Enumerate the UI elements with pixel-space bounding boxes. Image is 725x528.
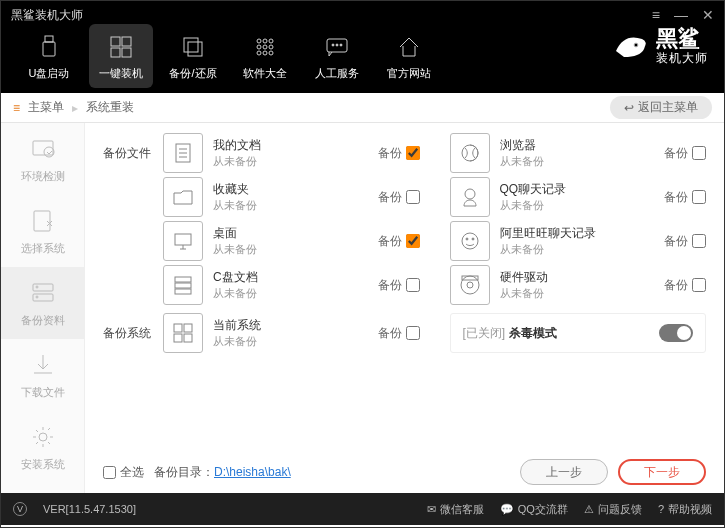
brand-name: 黑鲨 bbox=[656, 28, 708, 50]
nav-usb[interactable]: U盘启动 bbox=[17, 24, 81, 88]
svg-point-35 bbox=[465, 189, 475, 199]
next-button[interactable]: 下一步 bbox=[618, 459, 706, 485]
svg-point-29 bbox=[39, 433, 47, 441]
nav-grid[interactable]: 软件大全 bbox=[233, 24, 297, 88]
svg-point-20 bbox=[340, 44, 342, 46]
backup-checkbox[interactable]: 备份 bbox=[378, 145, 420, 162]
backup-item: 浏览器从未备份备份 bbox=[450, 133, 707, 173]
section-backup-files: 备份文件 bbox=[103, 133, 163, 162]
svg-rect-7 bbox=[188, 42, 202, 56]
svg-point-39 bbox=[462, 233, 478, 249]
antivirus-toggle[interactable] bbox=[659, 324, 693, 342]
menu-icon[interactable]: ≡ bbox=[652, 7, 660, 23]
svg-rect-51 bbox=[184, 334, 192, 342]
svg-point-9 bbox=[263, 39, 267, 43]
item-status: 从未备份 bbox=[500, 154, 665, 169]
nav-home[interactable]: 官方网站 bbox=[377, 24, 441, 88]
svg-point-21 bbox=[634, 43, 638, 47]
prev-button[interactable]: 上一步 bbox=[520, 459, 608, 485]
desktop-icon bbox=[163, 221, 203, 261]
hamburger-icon[interactable]: ≡ bbox=[13, 101, 20, 115]
usb-icon bbox=[34, 32, 64, 62]
select-all-checkbox[interactable]: 全选 bbox=[103, 464, 144, 481]
wangwang-icon bbox=[450, 221, 490, 261]
item-name: 阿里旺旺聊天记录 bbox=[500, 225, 665, 242]
item-name: 硬件驱动 bbox=[500, 269, 665, 286]
app-title: 黑鲨装机大师 bbox=[11, 7, 83, 24]
side-step-3[interactable]: 下载文件 bbox=[1, 339, 84, 411]
backup-item: 阿里旺旺聊天记录从未备份备份 bbox=[450, 221, 707, 261]
backup-item: 桌面从未备份备份 bbox=[163, 221, 420, 261]
close-icon[interactable]: ✕ bbox=[702, 7, 714, 23]
backup-checkbox[interactable]: 备份 bbox=[664, 277, 706, 294]
grid-icon bbox=[250, 32, 280, 62]
backup-checkbox[interactable]: 备份 bbox=[664, 145, 706, 162]
svg-rect-0 bbox=[45, 36, 53, 42]
svg-rect-42 bbox=[175, 277, 191, 282]
disk-icon bbox=[163, 265, 203, 305]
svg-point-46 bbox=[467, 282, 473, 288]
driver-icon bbox=[450, 265, 490, 305]
item-status: 从未备份 bbox=[213, 286, 378, 301]
backup-icon bbox=[178, 32, 208, 62]
item-name: QQ聊天记录 bbox=[500, 181, 665, 198]
item-status: 从未备份 bbox=[213, 242, 378, 257]
backup-checkbox[interactable]: 备份 bbox=[378, 277, 420, 294]
nav-backup[interactable]: 备份/还原 bbox=[161, 24, 225, 88]
step-icon bbox=[29, 279, 57, 309]
svg-point-12 bbox=[263, 45, 267, 49]
svg-rect-6 bbox=[184, 38, 198, 52]
nav-windows[interactable]: 一键装机 bbox=[89, 24, 153, 88]
svg-point-8 bbox=[257, 39, 261, 43]
version-icon: V bbox=[13, 502, 27, 516]
item-status: 从未备份 bbox=[500, 198, 665, 213]
svg-rect-4 bbox=[111, 48, 120, 57]
home-icon bbox=[394, 32, 424, 62]
svg-rect-43 bbox=[175, 283, 191, 288]
backup-dir-label: 备份目录： bbox=[154, 465, 214, 479]
folder-icon bbox=[163, 177, 203, 217]
svg-point-10 bbox=[269, 39, 273, 43]
item-name: 当前系统 bbox=[213, 317, 378, 334]
minimize-icon[interactable]: — bbox=[674, 7, 688, 23]
svg-point-41 bbox=[472, 238, 474, 240]
version-text: VER[11.5.47.1530] bbox=[43, 503, 136, 515]
item-name: C盘文档 bbox=[213, 269, 378, 286]
nav-chat[interactable]: 人工服务 bbox=[305, 24, 369, 88]
svg-rect-5 bbox=[122, 48, 131, 57]
backup-checkbox[interactable]: 备份 bbox=[664, 233, 706, 250]
backup-item: 我的文档从未备份备份 bbox=[163, 133, 420, 173]
step-icon bbox=[29, 135, 57, 165]
svg-rect-3 bbox=[122, 37, 131, 46]
side-step-1[interactable]: 选择系统 bbox=[1, 195, 84, 267]
backup-dir-link[interactable]: D:\heisha\bak\ bbox=[214, 465, 291, 479]
svg-point-18 bbox=[332, 44, 334, 46]
side-step-4[interactable]: 安装系统 bbox=[1, 411, 84, 483]
feedback[interactable]: ⚠问题反馈 bbox=[584, 502, 642, 517]
backup-item-system: 当前系统从未备份 备份 bbox=[163, 313, 420, 353]
chat-icon bbox=[322, 32, 352, 62]
step-icon bbox=[29, 423, 57, 453]
help-video[interactable]: ?帮助视频 bbox=[658, 502, 712, 517]
side-step-2[interactable]: 备份资料 bbox=[1, 267, 84, 339]
browser-icon bbox=[450, 133, 490, 173]
qq-group[interactable]: 💬QQ交流群 bbox=[500, 502, 568, 517]
backup-checkbox[interactable]: 备份 bbox=[378, 189, 420, 206]
svg-point-28 bbox=[36, 296, 38, 298]
svg-rect-44 bbox=[175, 289, 191, 294]
return-main-button[interactable]: ↩ 返回主菜单 bbox=[610, 96, 712, 119]
item-status: 从未备份 bbox=[213, 154, 378, 169]
side-step-0[interactable]: 环境检测 bbox=[1, 123, 84, 195]
backup-checkbox[interactable]: 备份 bbox=[664, 189, 706, 206]
backup-checkbox[interactable]: 备份 bbox=[378, 325, 420, 342]
wechat-support[interactable]: ✉微信客服 bbox=[427, 502, 484, 517]
crumb-main[interactable]: 主菜单 bbox=[28, 99, 64, 116]
svg-point-15 bbox=[263, 51, 267, 55]
windows-icon bbox=[163, 313, 203, 353]
svg-rect-1 bbox=[43, 42, 55, 56]
document-icon bbox=[163, 133, 203, 173]
step-icon bbox=[29, 351, 57, 381]
svg-rect-50 bbox=[174, 334, 182, 342]
step-icon bbox=[29, 207, 57, 237]
backup-checkbox[interactable]: 备份 bbox=[378, 233, 420, 250]
